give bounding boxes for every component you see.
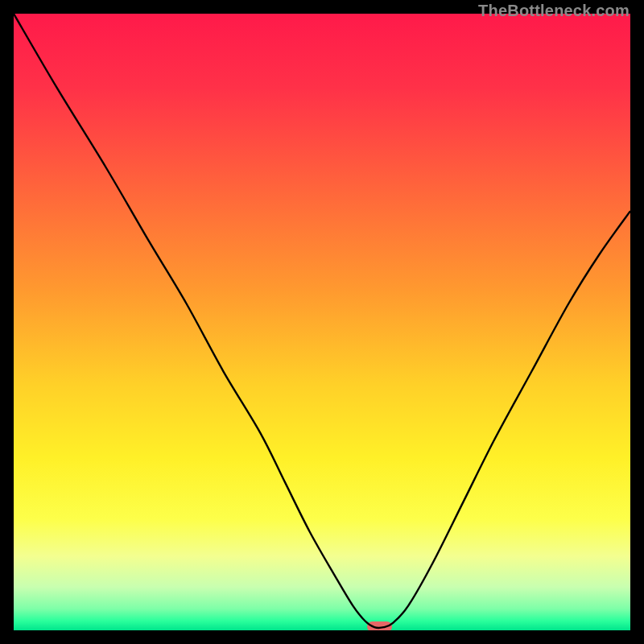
chart-frame: TheBottleneck.com: [0, 0, 644, 644]
plot-area: [14, 14, 630, 630]
bottleneck-curve: [14, 14, 630, 630]
watermark-text: TheBottleneck.com: [478, 2, 630, 20]
